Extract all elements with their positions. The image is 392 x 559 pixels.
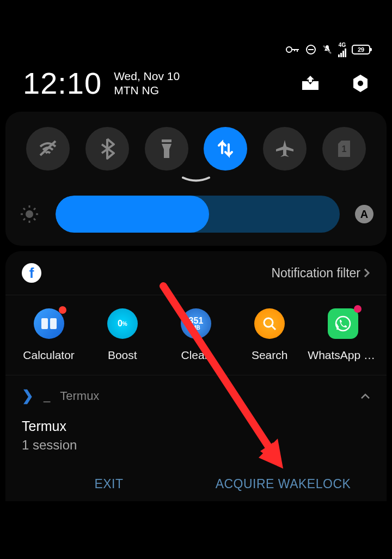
termux-app-name: Termux (60, 389, 99, 403)
chevron-right-icon (364, 268, 370, 278)
svg-line-19 (34, 218, 35, 220)
svg-point-0 (286, 47, 292, 52)
vpn-key-icon (286, 46, 300, 53)
svg-rect-11 (162, 139, 171, 142)
termux-notification[interactable]: ❯ _ Termux Termux 1 session EXIT ACQUIRE… (5, 375, 387, 501)
app-label: WhatsApp M… (308, 349, 378, 362)
svg-rect-3 (294, 49, 295, 51)
brightness-icon (19, 204, 40, 224)
flashlight-toggle[interactable] (145, 127, 188, 171)
termux-prompt-icon: ❯ (22, 387, 34, 404)
app-whatsapp[interactable]: WhatsApp M… (308, 308, 378, 362)
termux-cursor-icon: _ (44, 389, 50, 403)
date-text: Wed, Nov 10 (114, 70, 180, 83)
mute-icon (322, 44, 333, 55)
svg-line-25 (272, 326, 275, 330)
svg-point-13 (26, 210, 33, 218)
search-icon (254, 308, 285, 339)
termux-subtitle: 1 session (22, 438, 370, 453)
airplane-toggle[interactable] (263, 127, 307, 171)
dnd-icon (305, 44, 316, 55)
collapse-icon[interactable] (360, 389, 370, 403)
auto-brightness-toggle[interactable]: A (355, 205, 373, 223)
exit-button[interactable]: EXIT (22, 469, 196, 501)
app-calculator[interactable]: Calculator (14, 308, 84, 362)
app-search[interactable]: Search (234, 308, 305, 362)
carrier-text: MTN NG (114, 84, 180, 97)
app-clean[interactable]: 351MB Clean (161, 308, 231, 362)
sim-toggle[interactable]: 1 (322, 127, 366, 171)
svg-line-18 (23, 208, 25, 210)
svg-point-24 (264, 318, 273, 327)
clock-time: 12:10 (23, 65, 102, 101)
mobile-data-toggle[interactable] (204, 127, 247, 171)
boost-icon: 0% (107, 308, 138, 339)
svg-text:1: 1 (341, 144, 346, 154)
whatsapp-icon (328, 308, 358, 339)
settings-icon[interactable] (351, 74, 370, 93)
termux-title: Termux (22, 418, 370, 434)
inbox-icon[interactable] (301, 74, 320, 93)
status-bar: 4G 29 (0, 0, 392, 60)
brightness-slider[interactable] (56, 196, 340, 233)
svg-line-21 (34, 208, 35, 210)
date-carrier: Wed, Nov 10 MTN NG (114, 70, 180, 97)
app-boost[interactable]: 0% Boost (87, 308, 158, 362)
app-label: Boost (87, 349, 158, 362)
notification-filter-label: Notification filter (271, 266, 360, 281)
notification-filter-link[interactable]: Notification filter (271, 266, 370, 281)
signal-icon: 4G (338, 42, 346, 57)
header: 12:10 Wed, Nov 10 MTN NG (0, 60, 392, 112)
app-label: Search (234, 349, 305, 362)
wifi-toggle[interactable] (26, 127, 70, 171)
acquire-wakelock-button[interactable]: ACQUIRE WAKELOCK (196, 469, 370, 501)
calculator-icon (34, 308, 64, 339)
facebook-icon[interactable]: f (22, 263, 41, 283)
app-label: Clean (161, 349, 231, 362)
svg-line-20 (23, 218, 25, 220)
app-label: Calculator (14, 349, 84, 362)
bluetooth-toggle[interactable] (85, 127, 129, 171)
shortcut-apps-row: Calculator 0% Boost 351MB Clean Search W… (5, 295, 387, 375)
notification-area: f Notification filter Calculator 0% Boos… (5, 251, 387, 501)
svg-rect-22 (41, 318, 48, 329)
quick-settings-panel: 1 A (5, 112, 387, 246)
svg-rect-23 (50, 318, 57, 329)
expand-handle-icon[interactable] (19, 176, 373, 186)
battery-icon: 29 (352, 45, 370, 54)
svg-rect-2 (297, 49, 298, 52)
svg-point-9 (358, 81, 363, 86)
clean-icon: 351MB (181, 308, 211, 339)
